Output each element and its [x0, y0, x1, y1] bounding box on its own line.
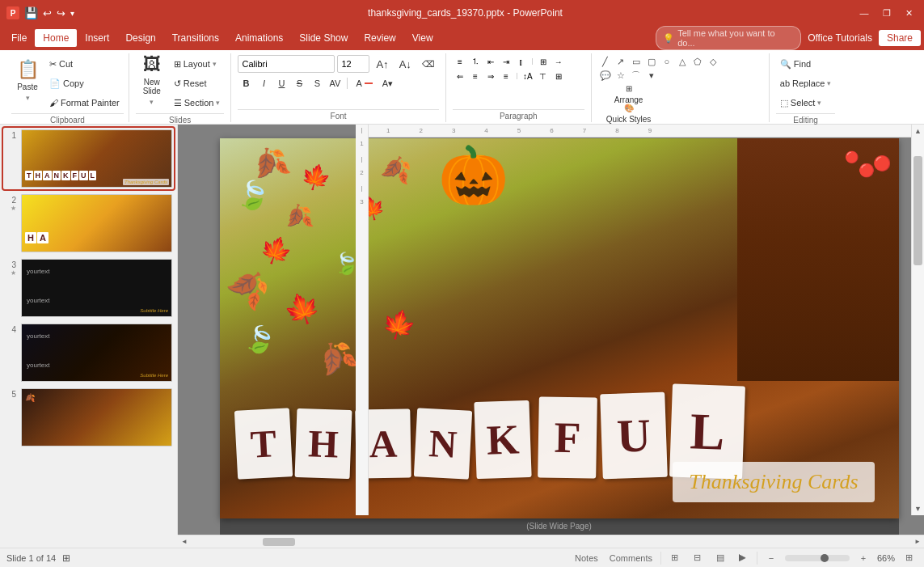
notes-button[interactable]: Notes — [572, 549, 601, 567]
fit-slide-button[interactable]: ⊞ — [900, 549, 918, 567]
shadow-button[interactable]: S — [309, 75, 325, 91]
save-icon[interactable]: 💾 — [24, 6, 38, 19]
layout-button[interactable]: ⊞Layout ▾ — [170, 55, 225, 73]
shape-more[interactable]: ▾ — [644, 69, 659, 82]
share-button[interactable]: Share — [879, 30, 921, 46]
paste-button[interactable]: 📋 Paste ▾ — [11, 55, 44, 105]
scroll-track[interactable] — [912, 138, 924, 502]
slide-thumb-4[interactable]: 4 yourtext yourtext Subtitle Here — [3, 322, 174, 383]
slide-canvas[interactable]: 🍂 🍁 🍃 🍂 🍁 🍃 🍂 🍁 🎃 — [220, 138, 899, 518]
slide-thumb-1[interactable]: 1 T H A N K F U L Thanksgiving Cards — [3, 128, 174, 189]
right-scrollbar[interactable]: ▲ ▼ — [911, 125, 924, 515]
normal-view-button[interactable]: ⊞ — [666, 549, 684, 567]
convert-button[interactable]: → — [551, 55, 566, 68]
menu-slideshow[interactable]: Slide Show — [291, 29, 356, 47]
char-spacing-button[interactable]: AV — [327, 75, 343, 91]
align-right-button[interactable]: ⇒ — [483, 70, 498, 83]
scroll-down-button[interactable]: ▼ — [912, 502, 924, 515]
clear-format-button[interactable]: ⌫ — [418, 55, 439, 73]
reset-button[interactable]: ↺Reset — [170, 74, 225, 92]
redo-icon[interactable]: ↪ — [57, 7, 65, 19]
underline-button[interactable]: U — [273, 75, 289, 91]
zoom-in-button[interactable]: + — [854, 549, 872, 567]
section-button[interactable]: ☰Section ▾ — [170, 94, 225, 112]
menu-file[interactable]: File — [3, 29, 35, 47]
strikethrough-button[interactable]: S — [291, 75, 307, 91]
slide-thumb-3[interactable]: 3 ★ yourtext yourtext Subtitle Here — [3, 257, 174, 319]
align-center-button[interactable]: ≡ — [468, 70, 483, 83]
new-slide-button[interactable]: 🖼 New Slide ▾ — [136, 55, 168, 105]
shape-oval[interactable]: ○ — [660, 55, 674, 68]
minimize-button[interactable]: — — [856, 5, 872, 21]
format-painter-button[interactable]: 🖌Format Painter — [45, 94, 124, 112]
smart-art-button[interactable]: ⊞ — [536, 55, 551, 68]
numbered-list-button[interactable]: ⒈ — [468, 55, 483, 68]
scroll-up-button[interactable]: ▲ — [912, 125, 924, 138]
select-button[interactable]: ⬚Select ▾ — [776, 94, 836, 112]
menu-insert[interactable]: Insert — [77, 29, 117, 47]
slide-panel-icon[interactable]: ⊞ — [62, 552, 70, 564]
font-color-button[interactable]: A — [352, 74, 376, 92]
shape-line[interactable]: ╱ — [598, 55, 613, 68]
bold-button[interactable]: B — [238, 75, 254, 91]
zoom-out-button[interactable]: − — [762, 549, 780, 567]
menu-view[interactable]: View — [404, 29, 441, 47]
shape-arrow[interactable]: ↗ — [614, 55, 628, 68]
replace-button[interactable]: abReplace ▾ — [776, 74, 836, 92]
menu-review[interactable]: Review — [356, 29, 403, 47]
shape-star[interactable]: ☆ — [614, 69, 628, 82]
office-tutorials-link[interactable]: Office Tutorials — [808, 32, 872, 44]
decrease-font-button[interactable]: A↓ — [395, 55, 416, 73]
zoom-slider[interactable] — [785, 555, 850, 561]
increase-font-button[interactable]: A↑ — [372, 55, 392, 73]
scroll-thumb[interactable] — [913, 156, 922, 265]
font-size-input[interactable] — [337, 55, 369, 73]
slide-panel[interactable]: 1 T H A N K F U L Thanksgiving Cards 2 — [0, 125, 178, 535]
slide-thumb-2[interactable]: 2 ★ H A — [3, 193, 174, 254]
menu-design[interactable]: Design — [117, 29, 163, 47]
menu-transitions[interactable]: Transitions — [164, 29, 227, 47]
italic-button[interactable]: I — [255, 75, 272, 91]
shape-diamond[interactable]: ◇ — [706, 55, 720, 68]
justify-button[interactable]: ≡ — [499, 70, 513, 83]
h-scroll-track[interactable] — [191, 535, 911, 548]
decrease-indent-button[interactable]: ⇤ — [483, 55, 498, 68]
shape-pentagon[interactable]: ⬠ — [690, 55, 705, 68]
search-box[interactable]: 💡 Tell me what you want to do... — [656, 26, 801, 50]
bullets-button[interactable]: ≡ — [453, 55, 467, 68]
align-left-button[interactable]: ⇐ — [453, 70, 467, 83]
columns-button[interactable]: ⫿ — [514, 55, 529, 68]
comments-button[interactable]: Comments — [606, 549, 656, 567]
smartart-convert-button[interactable]: ⊞ — [551, 70, 566, 83]
text-highlight-button[interactable]: A▾ — [378, 74, 397, 92]
slide-sorter-button[interactable]: ⊟ — [689, 549, 707, 567]
scroll-left-button[interactable]: ◄ — [178, 535, 191, 548]
restore-button[interactable]: ❐ — [879, 5, 895, 21]
close-button[interactable]: ✕ — [901, 5, 918, 21]
undo-icon[interactable]: ↩ — [43, 7, 52, 19]
shape-curve[interactable]: ⌒ — [629, 69, 643, 82]
h-scroll-thumb[interactable] — [263, 538, 295, 546]
shape-rounded-rect[interactable]: ▢ — [644, 55, 659, 68]
font-name-input[interactable] — [238, 55, 335, 73]
increase-indent-button[interactable]: ⇥ — [499, 55, 513, 68]
cut-button[interactable]: ✂Cut — [45, 55, 124, 73]
customize-icon[interactable]: ▾ — [70, 9, 74, 18]
menu-home[interactable]: Home — [35, 29, 77, 47]
zoom-percentage[interactable]: 66% — [877, 553, 895, 563]
shape-callout[interactable]: 💬 — [598, 69, 613, 82]
text-direction-button[interactable]: ↕A — [521, 70, 535, 83]
menu-animations[interactable]: Animations — [227, 29, 291, 47]
scroll-right-button[interactable]: ► — [911, 535, 924, 548]
align-text-button[interactable]: ⊤ — [536, 70, 551, 83]
shape-rect[interactable]: ▭ — [629, 55, 643, 68]
shape-triangle[interactable]: △ — [675, 55, 690, 68]
slide-thumb-5[interactable]: 5 🍂 — [3, 387, 174, 448]
find-button[interactable]: 🔍Find — [776, 55, 836, 73]
reading-view-button[interactable]: ▤ — [711, 549, 729, 567]
copy-button[interactable]: 📄Copy — [45, 74, 124, 92]
slideshow-button[interactable]: ⯈ — [734, 549, 752, 567]
h-scrollbar[interactable]: ◄ ► — [178, 535, 924, 548]
zoom-thumb[interactable] — [821, 554, 829, 562]
arrange-button[interactable]: ⊞Arrange — [601, 82, 656, 106]
